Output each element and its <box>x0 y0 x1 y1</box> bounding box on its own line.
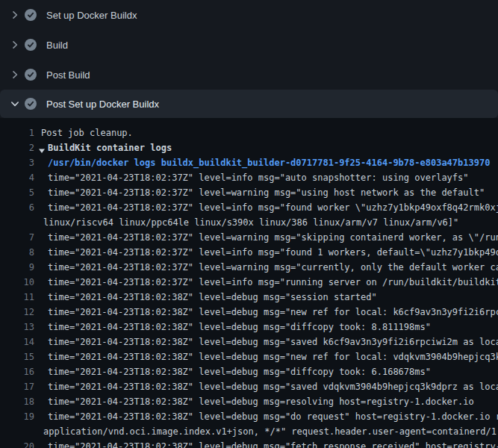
triangle-down-icon[interactable] <box>38 144 46 152</box>
log-line-number[interactable]: 11 <box>0 290 34 305</box>
log-line: 8time="2021-04-23T18:02:37Z" level=info … <box>0 245 498 260</box>
log-text: time="2021-04-23T18:02:38Z" level=debug … <box>48 409 498 424</box>
log-line: 9time="2021-04-23T18:02:37Z" level=warni… <box>0 260 498 275</box>
log-text: time="2021-04-23T18:02:38Z" level=debug … <box>48 364 431 379</box>
log-text: time="2021-04-23T18:02:37Z" level=warnin… <box>48 260 498 275</box>
log-line: 11time="2021-04-23T18:02:38Z" level=debu… <box>0 290 498 305</box>
check-circle-icon <box>25 39 37 51</box>
log-line: 5time="2021-04-23T18:02:37Z" level=warni… <box>0 185 498 200</box>
log-line: 4time="2021-04-23T18:02:37Z" level=info … <box>0 170 498 185</box>
log-line-number[interactable]: 8 <box>0 245 34 260</box>
log-line: 14time="2021-04-23T18:02:38Z" level=debu… <box>0 335 498 349</box>
log-text: Post job cleanup. <box>41 125 133 140</box>
log-line-continuation: application/vnd.oci.image.index.v1+json,… <box>0 424 498 439</box>
log-text: time="2021-04-23T18:02:38Z" level=debug … <box>48 379 498 394</box>
log-line: 6time="2021-04-23T18:02:37Z" level=info … <box>0 200 498 215</box>
chevron-right-icon[interactable] <box>9 39 21 51</box>
check-circle-icon <box>25 69 37 81</box>
log-line: 10time="2021-04-23T18:02:37Z" level=info… <box>0 275 498 290</box>
log-line-number[interactable]: 19 <box>0 409 34 424</box>
log-line: 19time="2021-04-23T18:02:38Z" level=debu… <box>0 409 498 424</box>
log-group-toggle-label[interactable]: BuildKit container logs <box>48 140 172 155</box>
log-line-number[interactable]: 6 <box>0 200 34 215</box>
log-text: linux/riscv64 linux/ppc64le linux/s390x … <box>43 215 458 230</box>
log-line-number[interactable]: 15 <box>0 349 34 364</box>
log-text: time="2021-04-23T18:02:37Z" level=info m… <box>48 275 498 290</box>
log-line-number[interactable]: 14 <box>0 335 34 349</box>
chevron-right-icon[interactable] <box>9 69 21 81</box>
log-line-number[interactable]: 9 <box>0 260 34 275</box>
log-line: 2BuildKit container logs <box>0 140 498 155</box>
log-line: 18time="2021-04-23T18:02:38Z" level=debu… <box>0 394 498 409</box>
step-title: Set up Docker Buildx <box>46 10 137 21</box>
step-title: Post Set up Docker Buildx <box>46 99 159 110</box>
log-line-number[interactable]: 17 <box>0 379 34 394</box>
log-line: 1Post job cleanup. <box>0 125 498 140</box>
log-line-number[interactable]: 12 <box>0 305 34 320</box>
log-line: 15time="2021-04-23T18:02:38Z" level=debu… <box>0 349 498 364</box>
log-line: 7time="2021-04-23T18:02:37Z" level=warni… <box>0 230 498 245</box>
step-row-set-up-docker-buildx[interactable]: Set up Docker Buildx <box>0 0 498 30</box>
chevron-down-icon[interactable] <box>9 98 21 110</box>
step-row-build[interactable]: Build <box>0 30 498 60</box>
log-command-text: /usr/bin/docker logs buildx_buildkit_bui… <box>48 155 490 170</box>
log-line: 12time="2021-04-23T18:02:38Z" level=debu… <box>0 305 498 320</box>
log-line: 17time="2021-04-23T18:02:38Z" level=debu… <box>0 379 498 394</box>
log-text: time="2021-04-23T18:02:38Z" level=debug … <box>48 320 431 335</box>
log-line-continuation: linux/riscv64 linux/ppc64le linux/s390x … <box>0 215 498 230</box>
log-line-number[interactable]: 3 <box>0 155 34 170</box>
log-line-number[interactable]: 18 <box>0 394 34 409</box>
log-line-number[interactable]: 5 <box>0 185 34 200</box>
log-line: 16time="2021-04-23T18:02:38Z" level=debu… <box>0 364 498 379</box>
log-text: time="2021-04-23T18:02:38Z" level=debug … <box>48 439 498 448</box>
log-container: 1Post job cleanup.2BuildKit container lo… <box>0 118 498 448</box>
log-line-number[interactable]: 16 <box>0 364 34 379</box>
log-line-number[interactable]: 10 <box>0 275 34 290</box>
log-text: time="2021-04-23T18:02:37Z" level=info m… <box>48 200 498 215</box>
check-circle-icon <box>25 98 37 110</box>
log-text: time="2021-04-23T18:02:37Z" level=warnin… <box>48 185 485 200</box>
log-text: time="2021-04-23T18:02:38Z" level=debug … <box>48 290 377 305</box>
log-line: 3/usr/bin/docker logs buildx_buildkit_bu… <box>0 155 498 170</box>
log-line-number[interactable]: 1 <box>0 125 34 140</box>
step-title: Post Build <box>46 69 90 81</box>
log-line-number[interactable]: 13 <box>0 320 34 335</box>
log-text: application/vnd.oci.image.index.v1+json,… <box>43 424 498 439</box>
log-text: time="2021-04-23T18:02:38Z" level=debug … <box>48 305 498 320</box>
log-text: time="2021-04-23T18:02:38Z" level=debug … <box>48 335 498 349</box>
log-text: time="2021-04-23T18:02:38Z" level=debug … <box>48 349 498 364</box>
log-text: time="2021-04-23T18:02:37Z" level=info m… <box>48 245 498 260</box>
workflow-steps-list: Set up Docker BuildxBuildPost BuildPost … <box>0 0 498 118</box>
step-row-post-set-up-docker-buildx[interactable]: Post Set up Docker Buildx <box>0 90 498 118</box>
step-row-post-build[interactable]: Post Build <box>0 60 498 90</box>
log-line-number[interactable]: 4 <box>0 170 34 185</box>
log-line: 13time="2021-04-23T18:02:38Z" level=debu… <box>0 320 498 335</box>
log-text: time="2021-04-23T18:02:37Z" level=info m… <box>48 170 469 185</box>
log-line-number[interactable]: 7 <box>0 230 34 245</box>
log-text: time="2021-04-23T18:02:37Z" level=warnin… <box>48 230 498 245</box>
chevron-right-icon[interactable] <box>9 9 21 21</box>
log-line-number[interactable]: 20 <box>0 439 34 448</box>
log-text: time="2021-04-23T18:02:38Z" level=debug … <box>48 394 474 409</box>
log-line-number[interactable]: 2 <box>0 140 34 155</box>
step-title: Build <box>46 40 68 51</box>
log-line: 20time="2021-04-23T18:02:38Z" level=debu… <box>0 439 498 448</box>
check-circle-icon <box>25 9 37 21</box>
